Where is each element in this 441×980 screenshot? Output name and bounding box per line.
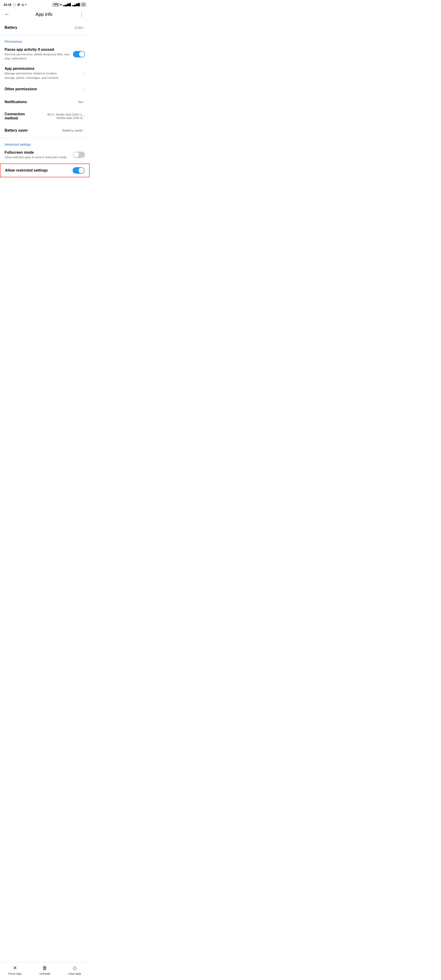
fullscreen-mode-row[interactable]: Fullscreen mode Allow selected apps to w… xyxy=(0,147,89,162)
allow-restricted-settings-label: Allow restricted settings xyxy=(5,169,48,172)
connection-method-row[interactable]: Connection method Wi-Fi, Mobile data (SI… xyxy=(0,108,89,124)
pause-activity-text: Pause app activity if unused Remove perm… xyxy=(5,48,70,60)
pause-activity-toggle-thumb xyxy=(79,51,84,57)
signal-bars-2: ▂▄▆█ xyxy=(72,3,80,6)
fullscreen-mode-title: Fullscreen mode xyxy=(5,150,70,154)
page-title: App info xyxy=(36,12,53,17)
other-permissions-chevron: › xyxy=(84,87,85,91)
check-icon: ✓ xyxy=(25,3,27,6)
pause-activity-title: Pause app activity if unused xyxy=(5,48,70,52)
battery-saver-value-area: Battery saver › xyxy=(62,128,85,133)
bottom-spacer xyxy=(0,178,89,199)
fullscreen-mode-toggle[interactable] xyxy=(73,151,85,158)
status-left: 22:18 🕐 ⊘ ◁ ✓ xyxy=(4,3,27,6)
send-icon: ◁ xyxy=(21,3,24,6)
more-options-button[interactable]: ⋮ xyxy=(77,11,86,18)
battery-value-area: 0.0% › xyxy=(75,25,85,30)
app-permissions-title: App permissions xyxy=(5,67,69,71)
connection-method-label: Connection method xyxy=(5,112,38,120)
alarm-icon: 🕐 xyxy=(13,3,16,6)
battery-saver-row[interactable]: Battery saver Battery saver › xyxy=(0,124,89,137)
time: 22:18 xyxy=(4,3,11,6)
notifications-value: No xyxy=(78,100,83,104)
app-permissions-desc: Manage permissions related to location, … xyxy=(5,72,69,80)
circle-icon: ⊘ xyxy=(17,3,20,6)
battery-value: 0.0% xyxy=(75,26,83,30)
battery-chevron: › xyxy=(84,25,85,30)
battery-saver-value: Battery saver xyxy=(62,128,83,132)
signal-bars-1: ▂▄▆█ xyxy=(63,3,71,6)
status-right: VPN H ▂▄▆█ ▂▄▆█ 39 xyxy=(53,3,86,6)
other-permissions-label: Other permissions xyxy=(5,87,37,91)
battery-saver-chevron: › xyxy=(84,128,85,133)
battery-label: Battery xyxy=(5,25,17,30)
fullscreen-mode-desc: Allow selected apps to work in fullscree… xyxy=(5,155,70,159)
app-permissions-text: App permissions Manage permissions relat… xyxy=(5,67,69,80)
battery-row[interactable]: Battery 0.0% › xyxy=(0,21,89,34)
pause-activity-toggle[interactable] xyxy=(73,51,85,57)
fullscreen-mode-text: Fullscreen mode Allow selected apps to w… xyxy=(5,150,70,159)
divider-2 xyxy=(0,138,89,138)
top-bar: ← App info ⋮ xyxy=(0,8,89,21)
notifications-chevron: › xyxy=(84,99,85,104)
app-permissions-row[interactable]: App permissions Manage permissions relat… xyxy=(0,64,89,83)
connection-method-value-area: Wi-Fi, Mobile data (SIM 1), Mobile data … xyxy=(38,113,85,120)
connection-method-value: Wi-Fi, Mobile data (SIM 1), Mobile data … xyxy=(38,113,83,120)
notifications-label: Notifications xyxy=(5,100,27,104)
notifications-value-area: No › xyxy=(78,99,85,104)
allow-restricted-settings-row[interactable]: Allow restricted settings xyxy=(0,164,89,177)
other-permissions-row[interactable]: Other permissions › xyxy=(0,83,89,95)
pause-activity-desc: Remove permissions, delete temporary fil… xyxy=(5,52,70,60)
permissions-section-label: Permissions xyxy=(0,36,89,45)
allow-restricted-settings-toggle-thumb xyxy=(78,168,84,173)
status-bar: 22:18 🕐 ⊘ ◁ ✓ VPN H ▂▄▆█ ▂▄▆█ 39 xyxy=(0,0,89,8)
battery-saver-label: Battery saver xyxy=(5,128,28,132)
fullscreen-mode-toggle-thumb xyxy=(73,152,79,158)
signal-h: H xyxy=(60,3,62,6)
content-area: Battery 0.0% › Permissions Pause app act… xyxy=(0,21,89,199)
app-permissions-chevron: › xyxy=(84,71,85,76)
vpn-badge: VPN xyxy=(53,3,59,6)
battery-indicator: 39 xyxy=(81,3,86,6)
pause-activity-row[interactable]: Pause app activity if unused Remove perm… xyxy=(0,45,89,64)
back-button[interactable]: ← xyxy=(4,10,11,18)
notifications-row[interactable]: Notifications No › xyxy=(0,95,89,108)
allow-restricted-settings-toggle[interactable] xyxy=(73,167,84,173)
connection-method-chevron: › xyxy=(84,114,85,119)
advanced-settings-section-label: Advanced settings xyxy=(0,139,89,147)
